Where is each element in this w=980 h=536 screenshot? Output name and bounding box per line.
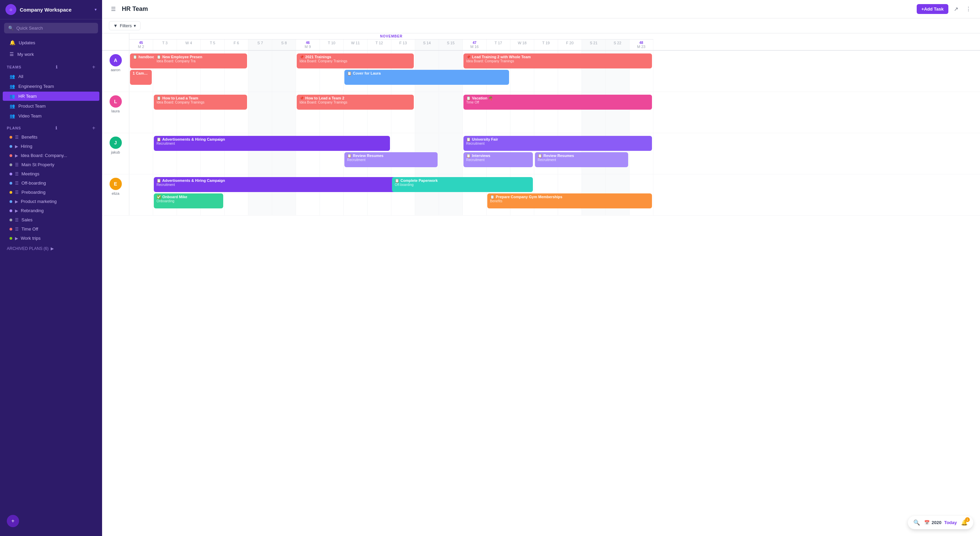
task-bar[interactable]: 📋 Advertisements & Hiring CampaignRecrui… xyxy=(154,177,414,192)
sidebar-item-video[interactable]: 👥 Video Team xyxy=(3,112,99,121)
plan-lines-icon: ☰ xyxy=(15,172,19,176)
add-task-button[interactable]: +Add Task xyxy=(917,4,948,14)
add-plan-button[interactable]: + xyxy=(92,125,95,131)
task-bar[interactable]: 📋 How to Lead a TeamIdea Board: Company … xyxy=(154,95,247,110)
archived-plans[interactable]: ARCHIVED PLANS (6) ▶ xyxy=(0,243,102,254)
plan-lines-icon: ☰ xyxy=(15,135,19,140)
search-icon: 🔍 xyxy=(8,26,14,31)
task-bar[interactable]: 📋 University FairRecruitment xyxy=(463,136,652,151)
plan-meetings[interactable]: ☰ Meetings xyxy=(3,169,99,178)
user-avatar-add[interactable]: + xyxy=(7,515,19,527)
plan-dot xyxy=(10,154,12,157)
row-user-name: jakub xyxy=(111,150,120,154)
share-button[interactable]: ↗ xyxy=(952,4,960,14)
nav-item-updates[interactable]: 🔔 Updates xyxy=(3,37,99,48)
filter-chevron-icon: ▾ xyxy=(134,23,136,28)
more-options-button[interactable]: ⋮ xyxy=(964,4,973,14)
row-label: Llaura xyxy=(102,92,129,133)
calendar-container[interactable]: NOVEMBER45M 2T 3W 4T 5F 6S 7S 846M 9T 10… xyxy=(102,34,980,536)
plan-off-boarding[interactable]: ☰ Off-boarding xyxy=(3,179,99,187)
plan-idea-board[interactable]: ▶ Idea Board: Company... xyxy=(3,151,99,160)
task-bar[interactable]: 📋 Vacation 🌴Time Off xyxy=(463,95,652,110)
plan-arrow-icon: ▶ xyxy=(15,199,18,204)
task-bar[interactable]: 📋 Complete PaperworkOff-boarding xyxy=(392,177,533,192)
plan-lines-icon: ☰ xyxy=(15,190,19,195)
plan-work-trips[interactable]: ▶ Work trips xyxy=(3,234,99,242)
day-cell[interactable] xyxy=(129,92,153,133)
plan-hiring[interactable]: ▶ Hiring xyxy=(3,142,99,150)
bottom-toolbar: 🔍 📅 2020 Today 🔔 1 xyxy=(908,516,973,529)
toolbar: ▼ Filters ▾ xyxy=(102,18,980,34)
plan-dot xyxy=(10,163,12,166)
row-user-name: laura xyxy=(111,109,119,113)
nav-updates-label: Updates xyxy=(19,40,35,45)
plan-sales[interactable]: ☰ Sales xyxy=(3,215,99,224)
sidebar-item-hr[interactable]: 👥 HR Team xyxy=(3,92,99,101)
filter-button[interactable]: ▼ Filters ▾ xyxy=(109,21,140,30)
plan-lines-icon: ☰ xyxy=(15,163,19,167)
plan-preboarding[interactable]: ☰ Preboarding xyxy=(3,188,99,196)
quick-search[interactable]: 🔍 Quick Search xyxy=(4,23,98,34)
task-bar[interactable]: 1 Campu... xyxy=(130,70,152,85)
day-cell[interactable] xyxy=(129,133,153,174)
sidebar-item-product[interactable]: 👥 Product Team xyxy=(3,102,99,111)
page-title: HR Team xyxy=(122,5,148,13)
task-bar[interactable]: 📋 Cover for Laura xyxy=(344,70,509,85)
users-icon: 👥 xyxy=(10,113,15,118)
hamburger-button[interactable]: ☰ xyxy=(109,4,118,14)
team-engineering-label: Engineering Team xyxy=(18,84,54,89)
day-cell[interactable] xyxy=(272,92,296,133)
sidebar-item-all[interactable]: 👥 All xyxy=(3,72,99,81)
plan-product-marketing[interactable]: ▶ Product marketing xyxy=(3,197,99,206)
plan-dot xyxy=(10,237,12,240)
chevron-down-icon: ▾ xyxy=(95,7,97,12)
task-bar[interactable]: 📋 Prepare Company Gym MembershipsBenefit… xyxy=(487,193,652,208)
users-icon: 👥 xyxy=(10,104,15,108)
plan-time-off-label: Time Off xyxy=(21,227,38,231)
zoom-search-button[interactable]: 🔍 xyxy=(912,518,921,527)
day-cell[interactable] xyxy=(272,51,296,92)
plan-arrow-icon: ▶ xyxy=(15,236,18,241)
day-cell[interactable] xyxy=(439,133,463,174)
plan-rebranding[interactable]: ▶ Rebranding xyxy=(3,206,99,215)
day-cell[interactable] xyxy=(439,92,463,133)
team-product-label: Product Team xyxy=(18,104,46,108)
task-bar[interactable]: 📋 Review ResumesRecruitment xyxy=(344,152,438,167)
day-cell[interactable] xyxy=(415,92,439,133)
task-bar[interactable]: 📌 Lead Training 2 with Whole TeamIdea Bo… xyxy=(463,53,652,69)
plan-time-off[interactable]: ☰ Time Off xyxy=(3,225,99,233)
list-icon: ☰ xyxy=(10,51,14,57)
day-cell[interactable] xyxy=(129,174,153,215)
plan-hiring-label: Hiring xyxy=(21,144,32,149)
add-team-button[interactable]: + xyxy=(92,64,95,70)
main-content: ☰ HR Team +Add Task ↗ ⋮ ▼ Filters ▾ NOVE… xyxy=(102,0,980,536)
plan-preboarding-label: Preboarding xyxy=(21,190,46,195)
plan-dot xyxy=(10,219,12,221)
task-bar[interactable]: 📋 New Employee PresenIdea Board: Company… xyxy=(154,53,247,69)
plan-dot xyxy=(10,228,12,231)
sidebar: ○ Company Workspace ▾ 🔍 Quick Search 🔔 U… xyxy=(0,0,102,536)
workspace-title: Company Workspace xyxy=(20,7,95,13)
task-bar[interactable]: 📋 Review ResumesRecruitment xyxy=(535,152,628,167)
nav-item-my-work[interactable]: ☰ My work xyxy=(3,49,99,60)
plan-dot xyxy=(10,173,12,175)
task-bar[interactable]: 📌 How to Lead a Team 2Idea Board: Compan… xyxy=(297,95,414,110)
task-bar[interactable]: 📋 InterviewsRecruitment xyxy=(463,152,533,167)
team-all-label: All xyxy=(18,74,23,79)
avatar: A xyxy=(110,54,122,66)
year-label: 2020 xyxy=(932,520,942,525)
day-cell[interactable] xyxy=(248,51,272,92)
today-button[interactable]: Today xyxy=(944,520,957,525)
row-user-name: eliza xyxy=(111,191,119,195)
workspace-header[interactable]: ○ Company Workspace ▾ xyxy=(0,0,102,19)
day-cell[interactable] xyxy=(248,92,272,133)
notification-button[interactable]: 🔔 1 xyxy=(959,518,969,527)
task-bar[interactable]: 📌 2021 TrainingsIdea Board: Company Trai… xyxy=(297,53,414,69)
plan-main-st[interactable]: ☰ Main St Property xyxy=(3,160,99,169)
task-bar[interactable]: 📋 Advertisements & Hiring CampaignRecrui… xyxy=(154,136,390,151)
sidebar-item-engineering[interactable]: 👥 Engineering Team xyxy=(3,82,99,91)
plan-meetings-label: Meetings xyxy=(21,171,40,176)
plan-lines-icon: ☰ xyxy=(15,227,19,231)
plan-benefits[interactable]: ☰ Benefits xyxy=(3,133,99,141)
task-bar[interactable]: ✅ Onboard MikeOnboarding xyxy=(154,193,223,208)
